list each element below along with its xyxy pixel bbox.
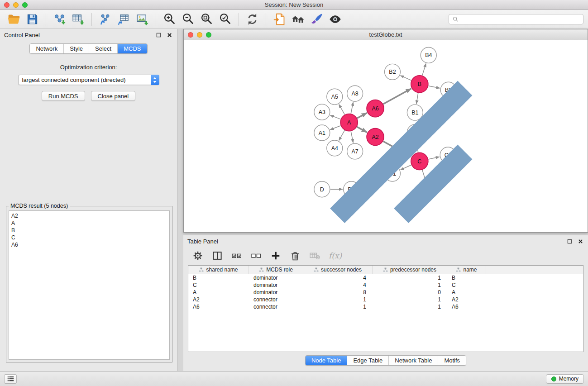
table-row[interactable]: Adominator80A (188, 289, 583, 296)
table-cell: 1 (303, 296, 373, 303)
open-document-button[interactable] (270, 12, 289, 27)
add-row-button[interactable] (269, 249, 282, 262)
tab-mcds[interactable]: MCDS (118, 44, 147, 53)
show-columns-button[interactable] (211, 249, 224, 262)
home-button[interactable] (289, 12, 307, 27)
criterion-select[interactable]: largest connected component (directed) (18, 75, 159, 85)
close-window-button[interactable] (4, 2, 10, 8)
table-row[interactable]: Cdominator41C (188, 281, 583, 289)
table-cell: 1 (373, 274, 447, 281)
close-panel-button[interactable]: Close panel (91, 91, 136, 101)
table-cell: 4 (303, 281, 373, 289)
main-toolbar (0, 10, 588, 29)
open-document-icon (273, 13, 286, 26)
table-cell: 1 (373, 303, 447, 310)
table-cell: dominator (249, 281, 303, 289)
table-settings-button[interactable] (191, 249, 204, 262)
column-header-label: shared name (206, 267, 238, 273)
close-control-panel-button[interactable] (166, 32, 173, 38)
table-row[interactable]: A2connector11A2 (188, 296, 583, 303)
unselect-all-icon (251, 250, 262, 261)
select-all-button[interactable] (230, 249, 243, 262)
list-item[interactable]: A (9, 219, 169, 227)
export-image-button[interactable] (133, 12, 152, 27)
new-table-button[interactable] (115, 12, 133, 27)
list-item[interactable]: C (9, 234, 169, 241)
table-cell: dominator (249, 289, 303, 296)
network-minimize-button[interactable] (197, 32, 202, 38)
import-network-button[interactable] (50, 12, 69, 27)
zoom-in-button[interactable] (160, 12, 179, 27)
control-panel: Control Panel NetworkStyleSelectMCDS Opt… (0, 29, 177, 371)
resize-grip-icon[interactable] (183, 40, 587, 232)
zoom-in-icon (163, 13, 176, 26)
float-table-panel-button[interactable] (566, 238, 573, 245)
zoom-out-button[interactable] (179, 12, 197, 27)
zoom-fit-icon (200, 13, 213, 26)
zoom-window-button[interactable] (22, 2, 28, 8)
tab-network[interactable]: Network (30, 44, 64, 53)
network-close-button[interactable] (188, 32, 193, 38)
table-row[interactable]: A6connector11A6 (188, 303, 583, 310)
table-cell: A6 (188, 303, 249, 310)
task-history-button[interactable] (4, 374, 17, 384)
unselect-all-button[interactable] (250, 249, 263, 262)
memory-status-icon (551, 376, 556, 381)
close-table-panel-button[interactable] (577, 238, 584, 245)
tab-select[interactable]: Select (89, 44, 118, 53)
close-icon (578, 239, 583, 244)
table-cell: 1 (373, 296, 447, 303)
tab-edge-table[interactable]: Edge Table (347, 356, 389, 365)
show-hide-button[interactable] (326, 12, 344, 27)
toolbar-separator (91, 13, 92, 26)
list-item[interactable]: A2 (9, 212, 169, 219)
zoom-selected-button[interactable] (216, 12, 234, 27)
table-cell: B (188, 274, 249, 281)
new-network-button[interactable] (96, 12, 115, 27)
refresh-layout-button[interactable] (243, 12, 262, 27)
network-zoom-button[interactable] (206, 32, 211, 38)
column-header-label: MCDS role (266, 267, 293, 273)
mcds-result-list[interactable]: A2ABCA6 (9, 210, 170, 360)
column-type-icon (259, 267, 264, 272)
search-input[interactable] (461, 16, 579, 23)
table-panel-title: Table Panel (187, 238, 562, 245)
float-control-panel-button[interactable] (155, 32, 162, 38)
tab-motifs[interactable]: Motifs (438, 356, 466, 365)
column-header-mcds-role[interactable]: MCDS role (249, 266, 303, 274)
column-header-name[interactable]: name (447, 266, 486, 274)
column-header-successor-nodes[interactable]: successor nodes (303, 266, 373, 274)
column-header-label: predecessor nodes (390, 267, 436, 273)
refresh-layout-icon (246, 13, 259, 26)
main-toolbar-icons (5, 12, 449, 27)
table-cell-filler (486, 289, 583, 296)
table-cell: 0 (373, 289, 447, 296)
table-row[interactable]: Bdominator41B (188, 274, 583, 281)
open-session-button[interactable] (5, 12, 23, 27)
minimize-window-button[interactable] (13, 2, 19, 8)
list-item[interactable]: A6 (9, 241, 169, 248)
add-row-icon (270, 250, 281, 261)
memory-button[interactable]: Memory (546, 374, 584, 384)
network-canvas[interactable]: AA1A2A3A4A5A6A7A8BB1B2B3B4CC1C2C3C4DD1 (184, 41, 588, 232)
tab-style[interactable]: Style (64, 44, 89, 53)
task-list-icon (7, 376, 14, 381)
tab-network-table[interactable]: Network Table (389, 356, 438, 365)
tab-node-table[interactable]: Node Table (306, 356, 348, 365)
save-session-button[interactable] (23, 12, 42, 27)
function-builder-button: f(x) (328, 250, 343, 261)
column-header-filler (486, 266, 583, 274)
open-session-icon (7, 13, 20, 26)
style-brush-button[interactable] (307, 12, 326, 27)
column-header-shared-name[interactable]: shared name (188, 266, 249, 274)
run-mcds-button[interactable]: Run MCDS (42, 91, 85, 101)
import-table-button[interactable] (69, 12, 87, 27)
zoom-fit-button[interactable] (197, 12, 216, 27)
column-header-predecessor-nodes[interactable]: predecessor nodes (373, 266, 447, 274)
delete-row-button[interactable] (289, 249, 301, 262)
style-brush-icon (310, 13, 323, 26)
save-session-icon (26, 13, 39, 26)
list-item[interactable]: B (9, 227, 169, 234)
table-cell: 4 (303, 274, 373, 281)
table-cell: B (447, 274, 486, 281)
